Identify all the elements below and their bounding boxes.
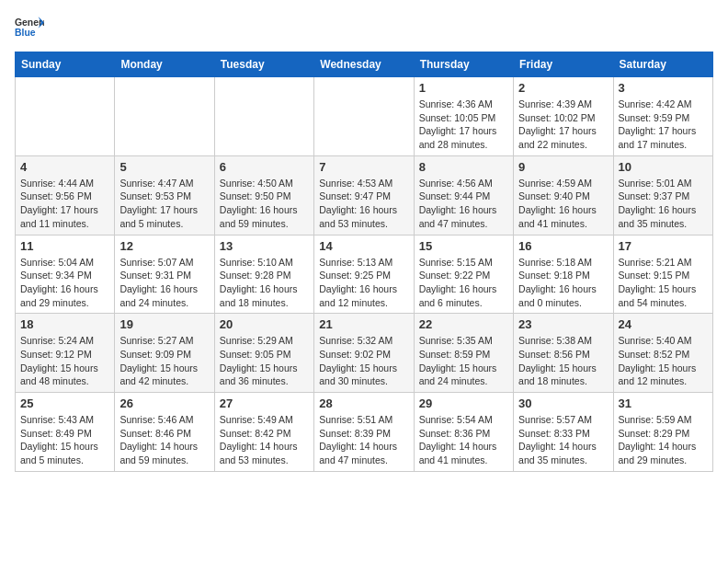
day-number: 31: [619, 396, 708, 410]
logo-icon: General Blue: [15, 15, 44, 40]
svg-text:Blue: Blue: [15, 28, 36, 38]
day-number: 25: [20, 396, 109, 410]
day-info: Sunrise: 5:29 AM Sunset: 9:05 PM Dayligh…: [220, 334, 309, 388]
day-info: Sunrise: 4:50 AM Sunset: 9:50 PM Dayligh…: [220, 177, 309, 231]
day-number: 30: [518, 396, 608, 410]
calendar-cell: 26Sunrise: 5:46 AM Sunset: 8:46 PM Dayli…: [115, 393, 214, 472]
logo: General Blue: [15, 15, 44, 40]
day-number: 15: [419, 239, 508, 253]
calendar-cell: 3Sunrise: 4:42 AM Sunset: 9:59 PM Daylig…: [613, 77, 712, 156]
calendar-cell: 18Sunrise: 5:24 AM Sunset: 9:12 PM Dayli…: [16, 314, 115, 393]
day-number: 27: [220, 396, 309, 410]
header-day-friday: Friday: [514, 52, 613, 77]
day-info: Sunrise: 5:49 AM Sunset: 8:42 PM Dayligh…: [220, 413, 309, 467]
day-number: 13: [220, 239, 309, 253]
day-info: Sunrise: 5:10 AM Sunset: 9:28 PM Dayligh…: [220, 256, 309, 310]
day-info: Sunrise: 4:59 AM Sunset: 9:40 PM Dayligh…: [518, 177, 608, 231]
day-number: 5: [119, 160, 209, 174]
day-number: 24: [619, 317, 708, 331]
header-day-sunday: Sunday: [16, 52, 115, 77]
day-info: Sunrise: 5:01 AM Sunset: 9:37 PM Dayligh…: [619, 177, 708, 231]
day-info: Sunrise: 5:46 AM Sunset: 8:46 PM Dayligh…: [119, 413, 209, 467]
calendar-cell: 29Sunrise: 5:54 AM Sunset: 8:36 PM Dayli…: [414, 393, 513, 472]
calendar-cell: 11Sunrise: 5:04 AM Sunset: 9:34 PM Dayli…: [16, 235, 115, 314]
day-number: 16: [518, 239, 608, 253]
day-info: Sunrise: 5:04 AM Sunset: 9:34 PM Dayligh…: [20, 256, 109, 310]
calendar-cell: 7Sunrise: 4:53 AM Sunset: 9:47 PM Daylig…: [314, 155, 414, 235]
day-number: 9: [518, 160, 608, 174]
day-info: Sunrise: 5:51 AM Sunset: 8:39 PM Dayligh…: [319, 413, 408, 467]
header-day-monday: Monday: [115, 52, 214, 77]
day-number: 6: [220, 160, 309, 174]
calendar-cell: 6Sunrise: 4:50 AM Sunset: 9:50 PM Daylig…: [214, 155, 313, 235]
calendar-cell: 16Sunrise: 5:18 AM Sunset: 9:18 PM Dayli…: [514, 235, 613, 314]
day-info: Sunrise: 4:44 AM Sunset: 9:56 PM Dayligh…: [20, 177, 109, 231]
day-info: Sunrise: 5:21 AM Sunset: 9:15 PM Dayligh…: [619, 256, 708, 310]
calendar-cell: 22Sunrise: 5:35 AM Sunset: 8:59 PM Dayli…: [414, 314, 513, 393]
day-info: Sunrise: 5:38 AM Sunset: 8:56 PM Dayligh…: [518, 334, 608, 388]
header-day-saturday: Saturday: [613, 52, 712, 77]
calendar-cell: 4Sunrise: 4:44 AM Sunset: 9:56 PM Daylig…: [16, 155, 115, 235]
calendar-week-row: 11Sunrise: 5:04 AM Sunset: 9:34 PM Dayli…: [16, 235, 713, 314]
day-info: Sunrise: 5:27 AM Sunset: 9:09 PM Dayligh…: [119, 334, 209, 388]
calendar-cell: [16, 77, 115, 156]
day-number: 18: [20, 317, 109, 331]
day-info: Sunrise: 5:32 AM Sunset: 9:02 PM Dayligh…: [319, 334, 408, 388]
calendar-cell: [214, 77, 313, 156]
calendar-cell: 25Sunrise: 5:43 AM Sunset: 8:49 PM Dayli…: [16, 393, 115, 472]
header-day-wednesday: Wednesday: [314, 52, 414, 77]
calendar-cell: 12Sunrise: 5:07 AM Sunset: 9:31 PM Dayli…: [115, 235, 214, 314]
day-info: Sunrise: 5:57 AM Sunset: 8:33 PM Dayligh…: [518, 413, 608, 467]
day-info: Sunrise: 4:56 AM Sunset: 9:44 PM Dayligh…: [419, 177, 508, 231]
day-info: Sunrise: 4:47 AM Sunset: 9:53 PM Dayligh…: [119, 177, 209, 231]
calendar-cell: 5Sunrise: 4:47 AM Sunset: 9:53 PM Daylig…: [115, 155, 214, 235]
day-info: Sunrise: 5:15 AM Sunset: 9:22 PM Dayligh…: [419, 256, 508, 310]
day-number: 1: [419, 81, 508, 95]
calendar-table: SundayMondayTuesdayWednesdayThursdayFrid…: [15, 52, 713, 472]
calendar-cell: 14Sunrise: 5:13 AM Sunset: 9:25 PM Dayli…: [314, 235, 414, 314]
calendar-header-row: SundayMondayTuesdayWednesdayThursdayFrid…: [16, 52, 713, 77]
day-number: 26: [119, 396, 209, 410]
day-info: Sunrise: 5:35 AM Sunset: 8:59 PM Dayligh…: [419, 334, 508, 388]
calendar-cell: 30Sunrise: 5:57 AM Sunset: 8:33 PM Dayli…: [514, 393, 613, 472]
day-number: 28: [319, 396, 408, 410]
day-info: Sunrise: 5:40 AM Sunset: 8:52 PM Dayligh…: [619, 334, 708, 388]
day-number: 8: [419, 160, 508, 174]
calendar-cell: 20Sunrise: 5:29 AM Sunset: 9:05 PM Dayli…: [214, 314, 313, 393]
day-number: 2: [518, 81, 608, 95]
day-number: 11: [20, 239, 109, 253]
calendar-cell: 9Sunrise: 4:59 AM Sunset: 9:40 PM Daylig…: [514, 155, 613, 235]
day-number: 23: [518, 317, 608, 331]
calendar-cell: 15Sunrise: 5:15 AM Sunset: 9:22 PM Dayli…: [414, 235, 513, 314]
header-day-thursday: Thursday: [414, 52, 513, 77]
day-number: 17: [619, 239, 708, 253]
day-number: 29: [419, 396, 508, 410]
calendar-cell: 21Sunrise: 5:32 AM Sunset: 9:02 PM Dayli…: [314, 314, 414, 393]
day-info: Sunrise: 5:18 AM Sunset: 9:18 PM Dayligh…: [518, 256, 608, 310]
calendar-cell: 17Sunrise: 5:21 AM Sunset: 9:15 PM Dayli…: [613, 235, 712, 314]
calendar-week-row: 25Sunrise: 5:43 AM Sunset: 8:49 PM Dayli…: [16, 393, 713, 472]
day-number: 22: [419, 317, 508, 331]
day-info: Sunrise: 5:13 AM Sunset: 9:25 PM Dayligh…: [319, 256, 408, 310]
calendar-cell: 10Sunrise: 5:01 AM Sunset: 9:37 PM Dayli…: [613, 155, 712, 235]
header-day-tuesday: Tuesday: [214, 52, 313, 77]
day-info: Sunrise: 5:54 AM Sunset: 8:36 PM Dayligh…: [419, 413, 508, 467]
calendar-cell: [115, 77, 214, 156]
calendar-cell: 8Sunrise: 4:56 AM Sunset: 9:44 PM Daylig…: [414, 155, 513, 235]
calendar-cell: 27Sunrise: 5:49 AM Sunset: 8:42 PM Dayli…: [214, 393, 313, 472]
calendar-week-row: 4Sunrise: 4:44 AM Sunset: 9:56 PM Daylig…: [16, 155, 713, 235]
calendar-cell: 23Sunrise: 5:38 AM Sunset: 8:56 PM Dayli…: [514, 314, 613, 393]
calendar-cell: 13Sunrise: 5:10 AM Sunset: 9:28 PM Dayli…: [214, 235, 313, 314]
day-number: 20: [220, 317, 309, 331]
day-number: 19: [119, 317, 209, 331]
day-info: Sunrise: 5:07 AM Sunset: 9:31 PM Dayligh…: [119, 256, 209, 310]
day-info: Sunrise: 5:43 AM Sunset: 8:49 PM Dayligh…: [20, 413, 109, 467]
day-number: 4: [20, 160, 109, 174]
calendar-cell: 31Sunrise: 5:59 AM Sunset: 8:29 PM Dayli…: [613, 393, 712, 472]
day-info: Sunrise: 5:24 AM Sunset: 9:12 PM Dayligh…: [20, 334, 109, 388]
day-number: 10: [619, 160, 708, 174]
day-info: Sunrise: 4:36 AM Sunset: 10:05 PM Daylig…: [419, 98, 508, 152]
day-number: 3: [619, 81, 708, 95]
day-number: 7: [319, 160, 408, 174]
day-number: 12: [119, 239, 209, 253]
